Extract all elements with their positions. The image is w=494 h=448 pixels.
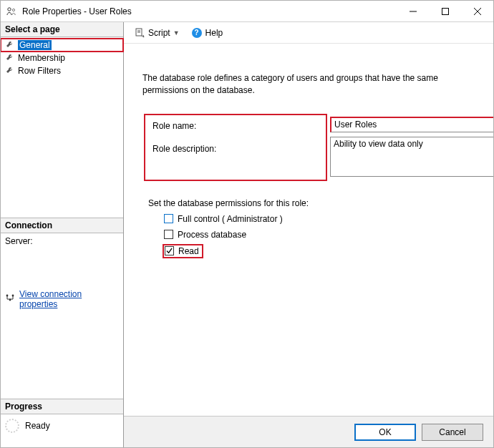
left-pane: Select a page General Membership Row Fil…	[1, 22, 124, 447]
role-desc-label: Role description:	[152, 144, 319, 154]
role-description-text: The database role defines a category of …	[142, 72, 475, 97]
help-icon: ?	[191, 27, 203, 39]
chevron-down-icon: ▼	[173, 29, 180, 36]
right-pane: Script ▼ ? Help The database role define…	[124, 22, 493, 447]
role-desc-input[interactable]	[330, 137, 493, 177]
progress-spinner-icon	[5, 419, 19, 433]
perm-process-database[interactable]: Process database	[164, 230, 479, 240]
role-name-label: Role name:	[152, 121, 319, 131]
svg-point-6	[6, 295, 9, 297]
dialog-window: Role Properties - User Roles Select a pa…	[0, 0, 494, 448]
role-name-input[interactable]	[330, 117, 493, 132]
page-item-row-filters[interactable]: Row Filters	[1, 64, 123, 77]
page-label: Membership	[18, 53, 65, 63]
page-list: General Membership Row Filters	[1, 37, 123, 79]
dialog-footer: OK Cancel	[124, 416, 493, 447]
svg-point-7	[12, 295, 14, 297]
close-button[interactable]	[461, 1, 493, 21]
server-label: Server:	[5, 236, 119, 246]
perm-full-control[interactable]: Full control ( Administrator )	[164, 214, 479, 224]
role-icon	[5, 5, 18, 18]
toolbar: Script ▼ ? Help	[124, 22, 493, 44]
perm-label: Full control ( Administrator )	[178, 214, 283, 224]
connection-header: Connection	[1, 218, 123, 233]
perm-label: Read	[178, 246, 199, 256]
progress-status: Ready	[25, 421, 50, 431]
permissions-title: Set the database permissions for this ro…	[148, 198, 479, 208]
select-page-header: Select a page	[1, 22, 123, 37]
progress-panel: Ready	[1, 414, 123, 437]
permissions-section: Set the database permissions for this ro…	[148, 198, 479, 257]
page-label: General	[18, 40, 52, 50]
general-page: The database role defines a category of …	[124, 44, 493, 416]
cancel-button[interactable]: Cancel	[422, 424, 483, 441]
window-title: Role Properties - User Roles	[22, 6, 397, 16]
checkbox-icon	[164, 214, 173, 223]
script-icon	[134, 27, 145, 39]
svg-point-0	[8, 7, 11, 10]
connection-panel: Server: View connection properties	[1, 233, 123, 378]
ok-button[interactable]: OK	[354, 424, 416, 441]
perm-read[interactable]: Read	[164, 245, 202, 257]
checkbox-icon	[164, 230, 173, 239]
help-label: Help	[205, 28, 223, 38]
wrench-icon	[5, 66, 15, 76]
connection-icon	[5, 293, 15, 305]
checkbox-checked-icon	[165, 246, 174, 255]
script-button[interactable]: Script ▼	[131, 26, 183, 40]
wrench-icon	[5, 40, 15, 50]
maximize-button[interactable]	[429, 1, 461, 21]
role-fields-group: Role name: Role description:	[144, 114, 327, 181]
progress-header: Progress	[1, 399, 123, 414]
svg-point-1	[12, 9, 14, 11]
page-label: Row Filters	[18, 66, 61, 76]
page-item-membership[interactable]: Membership	[1, 52, 123, 64]
titlebar: Role Properties - User Roles	[1, 1, 493, 22]
page-item-general[interactable]: General	[1, 39, 123, 52]
help-button[interactable]: ? Help	[188, 26, 226, 40]
wrench-icon	[5, 53, 15, 63]
perm-label: Process database	[178, 230, 246, 240]
view-connection-link[interactable]: View connection properties	[19, 289, 119, 309]
script-label: Script	[148, 28, 170, 38]
minimize-button[interactable]	[397, 1, 429, 21]
client-area: Select a page General Membership Row Fil…	[1, 22, 493, 447]
svg-rect-3	[442, 8, 448, 14]
